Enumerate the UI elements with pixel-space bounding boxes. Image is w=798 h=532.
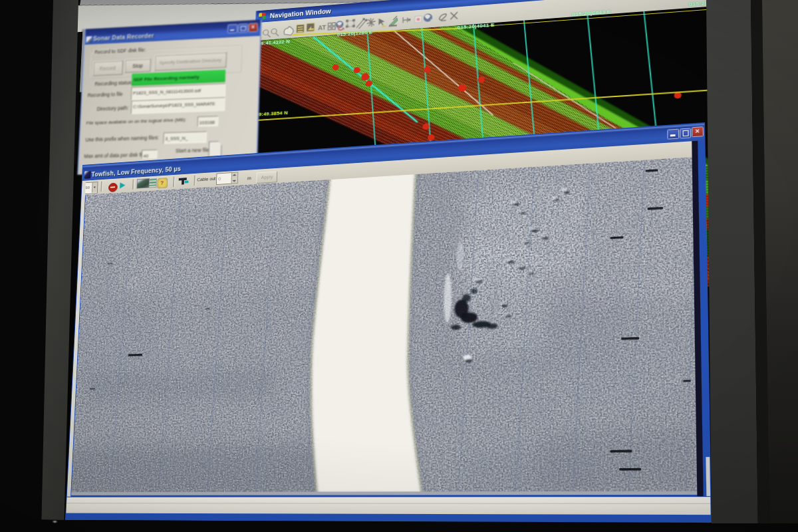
svg-text:AT: AT [318, 24, 327, 32]
